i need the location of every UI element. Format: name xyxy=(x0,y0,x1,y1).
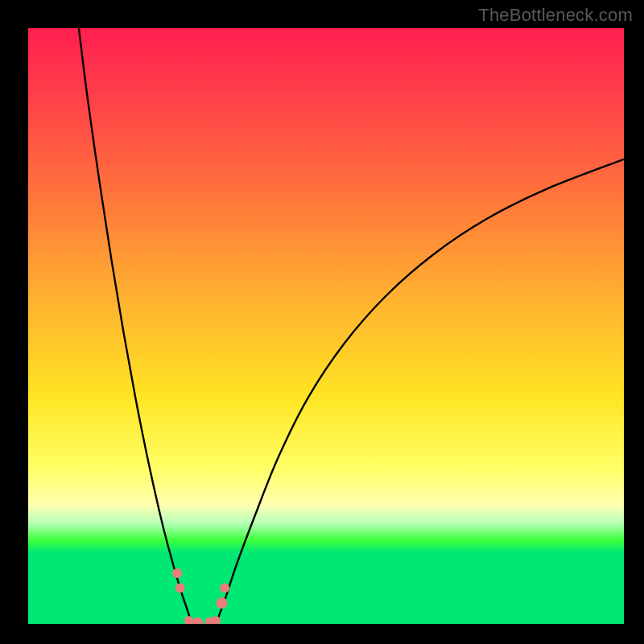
right-branch-curve xyxy=(216,159,624,624)
marker-point xyxy=(211,616,221,624)
plot-area xyxy=(28,28,624,624)
marker-point xyxy=(205,617,215,624)
watermark-text: TheBottleneck.com xyxy=(478,5,633,26)
marker-point xyxy=(217,597,228,609)
marker-point xyxy=(193,617,203,624)
left-branch-curve xyxy=(79,28,192,624)
marker-point xyxy=(184,616,194,624)
marker-point xyxy=(175,584,185,593)
marker-point xyxy=(220,584,229,593)
chart-frame: TheBottleneck.com xyxy=(0,0,644,644)
curves-svg xyxy=(28,28,624,624)
marker-point xyxy=(172,568,182,578)
marker-group xyxy=(172,568,229,624)
